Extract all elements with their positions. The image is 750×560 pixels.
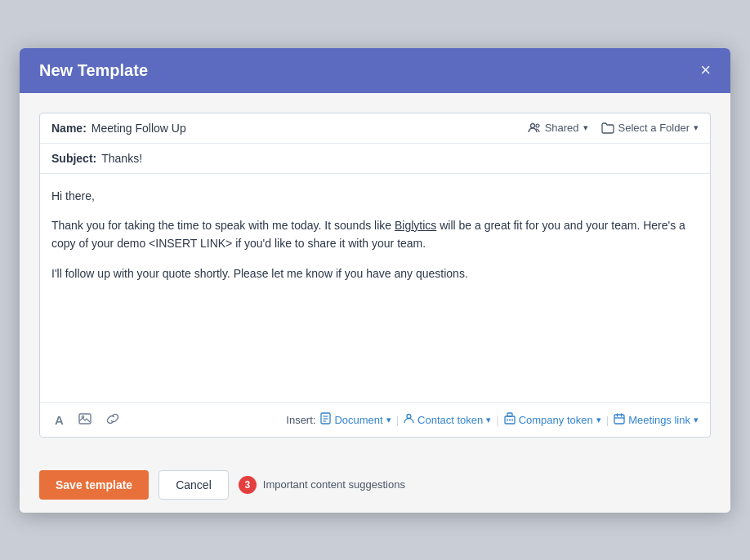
company-token-chevron: ▾ [596, 415, 601, 425]
cancel-button[interactable]: Cancel [158, 470, 229, 500]
company-token-button[interactable]: Company token ▾ [504, 412, 601, 427]
folder-chevron-icon: ▾ [694, 122, 699, 133]
folder-label: Select a Folder [618, 122, 690, 134]
subject-label: Subject: [51, 152, 96, 165]
subject-row: Subject: Thanks! [40, 144, 710, 174]
name-value: Meeting Follow Up [92, 122, 186, 135]
modal-title: New Template [39, 61, 148, 80]
svg-rect-10 [507, 413, 512, 416]
svg-point-3 [82, 416, 83, 417]
document-icon [320, 412, 331, 427]
name-row: Name: Meeting Follow Up [40, 113, 710, 144]
svg-point-1 [536, 124, 539, 127]
toolbar-row: A [40, 402, 710, 437]
toolbar-right: Insert: Document ▾ [286, 412, 699, 427]
contact-token-chevron: ▾ [486, 415, 491, 425]
shared-button[interactable]: Shared ▾ [528, 122, 588, 135]
subject-value: Thanks! [101, 152, 142, 165]
close-button[interactable]: × [700, 61, 711, 79]
body-line-1: Hi there, [51, 187, 699, 205]
meetings-link-icon [614, 413, 625, 427]
biglytics-link: Biglytics [395, 219, 436, 232]
body-line-2: Thank you for taking the time to speak w… [51, 216, 699, 253]
body-line-3: I'll follow up with your quote shortly. … [51, 264, 699, 282]
modal-dialog: New Template × Name: Meeting Follow Up [20, 48, 730, 513]
document-label: Document [334, 414, 382, 426]
suggestions-group: 3 Important content suggestions [239, 476, 405, 494]
body-area[interactable]: Hi there, Thank you for taking the time … [40, 174, 710, 402]
contact-token-button[interactable]: Contact token ▾ [404, 412, 491, 427]
suggestions-text: Important content suggestions [263, 478, 405, 491]
name-left: Name: Meeting Follow Up [51, 122, 186, 135]
image-icon [78, 413, 92, 427]
font-button[interactable]: A [51, 411, 67, 429]
shared-chevron-icon: ▾ [583, 122, 588, 133]
meetings-link-chevron: ▾ [694, 415, 699, 425]
name-right: Shared ▾ Select a Folder ▾ [528, 122, 699, 135]
modal-footer: Save template Cancel 3 Important content… [20, 457, 730, 513]
link-icon [106, 413, 119, 427]
name-label: Name: [51, 122, 87, 135]
image-button[interactable] [75, 411, 95, 429]
suggestions-badge: 3 [239, 476, 257, 494]
shared-label: Shared [545, 122, 579, 134]
modal-overlay: New Template × Name: Meeting Follow Up [0, 0, 750, 560]
separator-3: | [606, 414, 609, 426]
select-folder-button[interactable]: Select a Folder ▾ [601, 122, 699, 134]
insert-label: Insert: [286, 414, 315, 426]
contact-token-icon [404, 412, 414, 427]
separator-2: | [496, 414, 498, 426]
save-template-button[interactable]: Save template [39, 470, 149, 500]
modal-body: Name: Meeting Follow Up [20, 93, 730, 457]
folder-icon [601, 122, 614, 134]
font-icon: A [55, 413, 64, 427]
svg-point-8 [407, 415, 411, 419]
meetings-link-label: Meetings link [628, 414, 690, 426]
company-token-icon [504, 412, 516, 427]
people-icon [528, 122, 541, 135]
template-editor: Name: Meeting Follow Up [39, 113, 711, 438]
separator-1: | [396, 414, 399, 426]
modal-header: New Template × [20, 48, 730, 93]
svg-rect-14 [614, 415, 624, 424]
link-button[interactable] [103, 411, 123, 429]
svg-point-0 [530, 123, 534, 127]
document-button[interactable]: Document ▾ [320, 412, 391, 427]
document-chevron: ▾ [386, 415, 391, 425]
toolbar-left: A [51, 411, 123, 429]
company-token-label: Company token [519, 414, 593, 426]
svg-rect-2 [79, 414, 91, 424]
contact-token-label: Contact token [417, 414, 483, 426]
meetings-link-button[interactable]: Meetings link ▾ [614, 413, 699, 427]
